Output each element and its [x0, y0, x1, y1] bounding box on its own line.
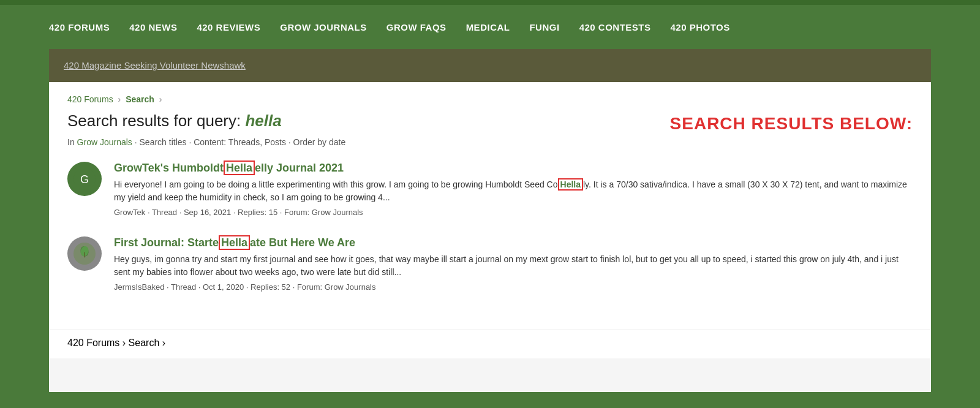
result-item-2: First Journal: StarteHellaate But Here W…	[67, 236, 913, 292]
result-meta-1: GrowTek · Thread · Sep 16, 2021 · Replie…	[114, 208, 913, 217]
nav-item-contests[interactable]: 420 CONTESTS	[579, 22, 651, 32]
breadcrumb-top: 420 Forums › Search ›	[67, 94, 913, 104]
nav-item-grow-journals[interactable]: GROW JOURNALS	[280, 22, 367, 32]
result-item-1: G GrowTek's HumboldtHellaelly Journal 20…	[67, 162, 913, 217]
nav-item-medical[interactable]: MEDICAL	[466, 22, 510, 32]
result-title-1: GrowTek's HumboldtHellaelly Journal 2021	[114, 162, 913, 175]
nav-item-grow-faqs[interactable]: GROW FAQS	[386, 22, 447, 32]
result-snippet-1: Hi everyone! I am going to be doing a li…	[114, 178, 913, 204]
result-link-2[interactable]: First Journal: StarteHellaate But Here W…	[114, 235, 355, 250]
result-snippet-2: Hey guys, im gonna try and start my firs…	[114, 253, 913, 279]
result-title-2: First Journal: StarteHellaate But Here W…	[114, 236, 913, 249]
banner-link[interactable]: 420 Magazine Seeking Volunteer Newshawk	[64, 60, 246, 70]
result-title-after-2: ate But Here We Are	[250, 236, 355, 249]
result-title-before-2: First Journal: Starte	[114, 236, 219, 249]
nav-item-photos[interactable]: 420 PHOTOS	[671, 22, 730, 32]
breadcrumb-bottom-sep-1: ›	[123, 338, 126, 348]
result-body-1: GrowTek's HumboldtHellaelly Journal 2021…	[114, 162, 913, 217]
result-highlight-2: Hella	[219, 235, 250, 250]
content-area: 420 Forums › Search › Search results for…	[49, 82, 931, 330]
nav-bar: 420 FORUMS 420 NEWS 420 REVIEWS GROW JOU…	[0, 5, 980, 49]
nav-item-news[interactable]: 420 NEWS	[129, 22, 177, 32]
result-snippet-highlight-1: Hella	[558, 178, 583, 191]
breadcrumb-sep-1: ›	[118, 94, 121, 104]
breadcrumb-bottom-sep-2: ›	[162, 338, 165, 348]
nav-item-forums[interactable]: 420 FORUMS	[49, 22, 110, 32]
breadcrumb-forums-link[interactable]: 420 Forums	[67, 94, 113, 104]
avatar-jerms	[67, 236, 102, 271]
breadcrumb-bottom-search: Search	[129, 338, 160, 348]
main-wrapper: 420 Magazine Seeking Volunteer Newshawk …	[49, 49, 931, 392]
result-link-1[interactable]: GrowTek's HumboldtHellaelly Journal 2021	[114, 161, 344, 175]
result-meta-2: JermsIsBaked · Thread · Oct 1, 2020 · Re…	[114, 282, 913, 292]
breadcrumb-search: Search	[126, 94, 154, 104]
svg-text:G: G	[80, 173, 89, 186]
title-row: Search results for query: hella SEARCH R…	[67, 111, 913, 134]
result-title-before-1: GrowTek's Humboldt	[114, 162, 224, 174]
nav-item-fungi[interactable]: FUNGI	[529, 22, 559, 32]
search-query: hella	[245, 111, 281, 130]
search-subtitle: In Grow Journals · Search titles · Conte…	[67, 137, 913, 147]
breadcrumb-bottom-forums-link[interactable]: 420 Forums	[67, 338, 119, 348]
result-title-after-1: elly Journal 2021	[255, 162, 344, 174]
search-results-label: SEARCH RESULTS BELOW:	[670, 114, 913, 134]
result-highlight-1: Hella	[224, 161, 255, 175]
search-title: Search results for query: hella	[67, 111, 282, 130]
result-body-2: First Journal: StarteHellaate But Here W…	[114, 236, 913, 292]
breadcrumb-sep-2: ›	[159, 94, 162, 104]
subtitle-category-link[interactable]: Grow Journals	[77, 137, 132, 147]
breadcrumb-bottom: 420 Forums › Search ›	[49, 330, 931, 358]
svg-rect-5	[84, 252, 85, 257]
nav-item-reviews[interactable]: 420 REVIEWS	[197, 22, 260, 32]
top-bar	[0, 0, 980, 5]
banner: 420 Magazine Seeking Volunteer Newshawk	[49, 49, 931, 82]
avatar-growtek: G	[67, 162, 102, 196]
